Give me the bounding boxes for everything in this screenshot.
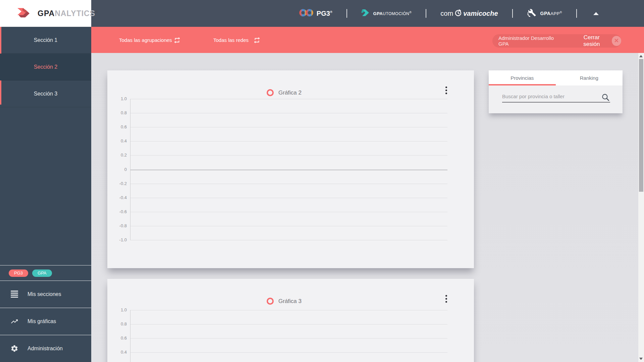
gridline [130,155,447,156]
sidebar-item-seccion-3[interactable]: Sección 3 [0,80,91,107]
chart-menu-kebab-icon[interactable] [443,84,449,96]
menu-item-label: Mis gráficas [28,318,56,324]
sidebar-item-seccion-1[interactable]: Sección 1 [0,27,91,54]
groups-refresh-button[interactable] [173,37,181,44]
y-tick-label: 1.0 [107,96,127,101]
chart-menu-kebab-icon[interactable] [443,293,449,304]
y-axis-line [130,99,130,240]
search-input[interactable] [502,92,610,103]
clock-icon [454,9,462,18]
y-tick-label: -1.0 [107,237,127,242]
gridline [130,212,447,212]
logout-button[interactable]: Cerrar sesión [576,34,608,48]
user-session-pill: Administrador Desarrollo GPA Cerrar sesi… [492,34,621,48]
app-logo: GPANALYTICS® [0,0,91,27]
menu-item-mis-secciones[interactable]: Mis secciones [0,281,91,307]
networks-filter-select[interactable]: Todas las redes [211,27,251,53]
search-field-wrap [502,92,610,103]
gridline [130,324,447,324]
gridline [130,198,447,198]
tab-provincias[interactable]: Provincias [489,70,556,85]
gridline [130,141,447,141]
tab-ranking[interactable]: Ranking [556,70,623,85]
y-tick-label: 0.2 [107,153,127,158]
user-name-label: Administrador Desarrollo GPA [498,35,561,47]
search-icon[interactable] [601,93,610,102]
gpautomocion-brand: GPAUTOMOCIÓN® [361,9,412,18]
y-tick-label: 0.4 [107,138,127,143]
navbar-divider [512,9,513,18]
gridline [130,338,447,339]
gridline [130,226,447,226]
y-axis-line [130,310,130,362]
y-tick-label: 0.6 [107,124,127,129]
gridline [130,113,447,113]
sidebar: Sección 1 Sección 2 Sección 3 PG3 GPA Mi… [0,27,91,362]
scrollbar-thumb[interactable] [639,59,643,192]
y-tick-label: 0 [107,167,127,172]
gear-icon [10,344,19,353]
y-tick-label: -0.6 [107,209,127,214]
gridline [130,352,447,353]
networks-refresh-button[interactable] [253,37,261,44]
gpautomocion-label: GPAUTOMOCIÓN® [373,11,412,16]
gridline [130,184,447,184]
navbar-divider [576,9,577,18]
pg3-label: PG3® [317,10,332,17]
badges-row: PG3 GPA [0,265,91,281]
gpanalytics-logo-text: GPANALYTICS® [38,9,98,18]
gpaapp-label: GPAAPP® [540,11,562,16]
pg3-infinity-icon [299,8,313,19]
comvamicoche-prefix: com [440,10,453,17]
y-tick-label: -0.8 [107,223,127,228]
menu-item-mis-graficas[interactable]: Mis gráficas [0,308,91,335]
legend-marker-icon [267,89,274,96]
provinces-panel: Provincias Ranking [489,70,623,113]
wrench-icon [527,8,537,19]
repeat-icon [173,37,181,44]
comvamicoche-brand: com vamicoche [440,9,498,18]
scrollbar-down-arrow[interactable] [639,358,643,360]
panel-tabs: Provincias Ranking [489,70,623,85]
menu-item-label: Mis secciones [28,291,61,297]
chevron-up-icon [593,12,599,15]
y-tick-label: 0.4 [107,350,127,355]
navbar-collapse-button[interactable] [591,8,601,18]
y-tick-label: 0.8 [107,110,127,115]
scrollbar-up-arrow[interactable] [639,55,643,57]
gpaapp-brand: GPAAPP® [527,8,562,19]
badge-pg3[interactable]: PG3 [9,269,28,277]
chart-card-grafica-2: Gráfica 2 1.00.80.60.40.20-0.2-0.4-0.6-0… [107,70,474,268]
sidebar-item-seccion-2[interactable]: Sección 2 [0,54,91,80]
y-tick-label: 0.6 [107,336,127,341]
menu-item-administracion[interactable]: Administración [0,335,91,362]
filters-toolbar: Todas las agrupaciones Todas las redes A… [91,27,644,53]
chart-card-grafica-3: Gráfica 3 1.00.80.60.40.20-0.2-0.4-0.6-0… [107,279,474,362]
gridline [130,310,447,310]
gridline [130,99,447,99]
trending-line-icon [10,317,19,326]
navbar-divider [426,9,426,18]
comvamicoche-suffix: vamicoche [463,10,498,17]
brand-bar: PG3® GPAUTOMOCIÓN® com [299,0,601,27]
badge-gpa[interactable]: GPA [32,269,52,277]
list-icon [10,290,19,299]
gpautomocion-arrow-icon [361,9,370,18]
chart-title: Gráfica 2 [278,89,302,96]
panel-body [489,85,623,113]
zero-gridline [130,170,447,170]
chart-legend: Gráfica 2 [267,89,302,96]
menu-item-label: Administración [28,346,63,352]
chart-legend: Gráfica 3 [267,298,302,305]
close-session-icon[interactable]: ✕ [612,36,621,46]
application-window: PG3® GPAUTOMOCIÓN® com [0,0,644,362]
navbar-divider [346,9,347,18]
y-tick-label: 0.8 [107,321,127,326]
pg3-brand: PG3® [299,8,332,19]
legend-marker-icon [267,298,274,305]
scrollbar-track[interactable] [638,53,644,362]
gridline [130,127,447,127]
groups-filter-select[interactable]: Todas las agrupaciones [117,27,174,53]
gpanalytics-arrow-icon [16,5,33,21]
y-tick-label: -0.2 [107,181,127,186]
